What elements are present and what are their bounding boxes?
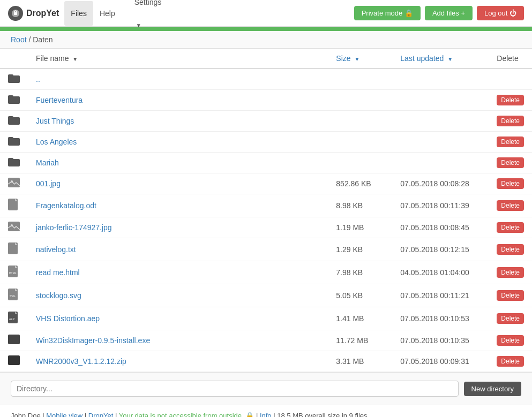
file-icon: HTML [8, 270, 18, 279]
file-link[interactable]: Fragenkatalog.odt [36, 201, 96, 210]
file-link[interactable]: stocklogo.svg [36, 291, 81, 300]
table-row: Win32DiskImager-0.9.5-install.exe 11.72 … [0, 330, 532, 351]
file-delete-cell: Delete [489, 194, 532, 217]
file-link[interactable]: VHS Distortion.aep [36, 314, 100, 323]
table-row: nativelog.txt 1.29 KB 07.05.2018 00:12:1… [0, 238, 532, 261]
file-updated-cell: 07.05.2018 00:10:35 [392, 330, 489, 351]
brand-logo[interactable]: DropYet [8, 6, 59, 21]
file-link[interactable]: read me.html [36, 268, 80, 277]
file-link[interactable]: Los Angeles [36, 138, 77, 146]
file-size-cell: 5.05 KB [328, 284, 392, 307]
nav-files[interactable]: Files [64, 1, 93, 26]
delete-button[interactable]: Delete [497, 244, 524, 255]
file-delete-cell: Delete [489, 90, 532, 111]
th-size[interactable]: Size ▼ [328, 49, 392, 69]
svg-text:AEP: AEP [9, 317, 15, 321]
file-icon [8, 337, 20, 346]
nav-help[interactable]: Help [93, 1, 122, 26]
delete-button[interactable]: Delete [497, 200, 524, 211]
delete-button[interactable]: Delete [497, 116, 524, 126]
file-size-cell [328, 111, 392, 132]
delete-button[interactable]: Delete [497, 267, 524, 278]
lock-icon: 🔒 [404, 9, 413, 17]
directory-input[interactable] [11, 381, 459, 397]
file-delete-cell: Delete [489, 284, 532, 307]
file-updated-cell: 07.05.2018 00:08:45 [392, 217, 489, 238]
file-name-cell: .. [28, 69, 328, 90]
navbar: DropYet Files Help Settings ▼ Private mo… [0, 0, 532, 27]
file-size-cell: 1.41 MB [328, 307, 392, 330]
delete-button[interactable]: Delete [497, 95, 524, 105]
file-link[interactable]: Win32DiskImager-0.9.5-install.exe [36, 336, 150, 345]
delete-button[interactable]: Delete [497, 222, 524, 233]
file-icon [8, 203, 18, 212]
svg-rect-5 [8, 95, 13, 98]
file-updated-cell [392, 69, 489, 90]
file-delete-cell: Delete [489, 153, 532, 173]
file-link[interactable]: nativelog.txt [36, 245, 76, 254]
delete-button[interactable]: Delete [497, 178, 524, 189]
file-name-cell: VHS Distortion.aep [28, 307, 328, 330]
brand-icon [8, 6, 23, 21]
file-link[interactable]: 001.jpg [36, 179, 61, 188]
file-name-cell: Mariah [28, 153, 328, 173]
table-row: HTML read me.html 7.98 KB 04.05.2018 01:… [0, 261, 532, 284]
footer-security: Your data is not accessible from outside… [119, 412, 244, 417]
private-mode-button[interactable]: Private mode 🔒 [354, 6, 421, 20]
delete-button[interactable]: Delete [497, 335, 524, 346]
file-link[interactable]: Just Things [36, 117, 74, 125]
file-icon: SVG [8, 293, 18, 302]
file-name-cell: WNR2000v3_V1.1.2.12.zip [28, 351, 328, 372]
folder-icon [8, 159, 20, 168]
nav-settings[interactable]: Settings ▼ [122, 0, 175, 44]
file-size-cell: 8.98 KB [328, 194, 392, 217]
folder-icon [8, 75, 20, 85]
file-updated-cell: 04.05.2018 01:04:00 [392, 261, 489, 284]
delete-button[interactable]: Delete [497, 157, 524, 168]
file-link[interactable]: .. [36, 75, 40, 84]
footer-separator-4: | [256, 412, 260, 417]
file-name-cell: Win32DiskImager-0.9.5-install.exe [28, 330, 328, 351]
file-size-cell [328, 90, 392, 111]
file-delete-cell: Delete [489, 111, 532, 132]
logout-button[interactable]: Log out ⏻ [477, 6, 524, 20]
delete-button[interactable]: Delete [497, 356, 524, 367]
file-link[interactable]: Fuerteventura [36, 96, 83, 104]
breadcrumb-root[interactable]: Root [11, 35, 27, 44]
table-row: Mariah Delete [0, 153, 532, 173]
delete-button[interactable]: Delete [497, 137, 524, 147]
footer-separator-3: | [115, 412, 119, 417]
file-link[interactable]: WNR2000v3_V1.1.2.12.zip [36, 357, 126, 366]
table-row: janko-ferlic-174927.jpg 1.19 MB 07.05.20… [0, 217, 532, 238]
file-icon [8, 358, 20, 367]
nav-links: Files Help Settings ▼ [64, 0, 174, 44]
file-link[interactable]: Mariah [36, 158, 59, 167]
delete-button[interactable]: Delete [497, 313, 524, 324]
table-row: Fuerteventura Delete [0, 90, 532, 111]
file-name-cell: Fragenkatalog.odt [28, 194, 328, 217]
file-delete-cell: Delete [489, 217, 532, 238]
navbar-right: Private mode 🔒 Add files + Log out ⏻ [354, 6, 524, 20]
delete-button[interactable]: Delete [497, 290, 524, 301]
th-updated[interactable]: Last updated ▼ [392, 49, 489, 69]
add-files-button[interactable]: Add files + [425, 6, 473, 20]
file-icon-cell [0, 90, 28, 111]
file-size-cell [328, 153, 392, 173]
file-icon-cell [0, 153, 28, 173]
folder-icon [8, 96, 20, 105]
file-link[interactable]: janko-ferlic-174927.jpg [36, 223, 112, 232]
file-name-cell: 001.jpg [28, 173, 328, 194]
footer-mobile-view[interactable]: Mobile view [46, 412, 83, 417]
th-filename[interactable]: File name ▼ [28, 49, 328, 69]
svg-rect-9 [8, 137, 13, 140]
file-icon-cell [0, 351, 28, 372]
footer-info[interactable]: Info [260, 412, 272, 417]
file-size-cell [328, 69, 392, 90]
file-icon [8, 247, 18, 256]
file-delete-cell: Delete [489, 307, 532, 330]
new-directory-button[interactable]: New directory [464, 382, 521, 396]
footer-dropyet[interactable]: DropYet [88, 412, 114, 417]
file-name-cell: janko-ferlic-174927.jpg [28, 217, 328, 238]
svg-rect-29 [8, 335, 20, 344]
svg-text:SVG: SVG [10, 294, 16, 298]
